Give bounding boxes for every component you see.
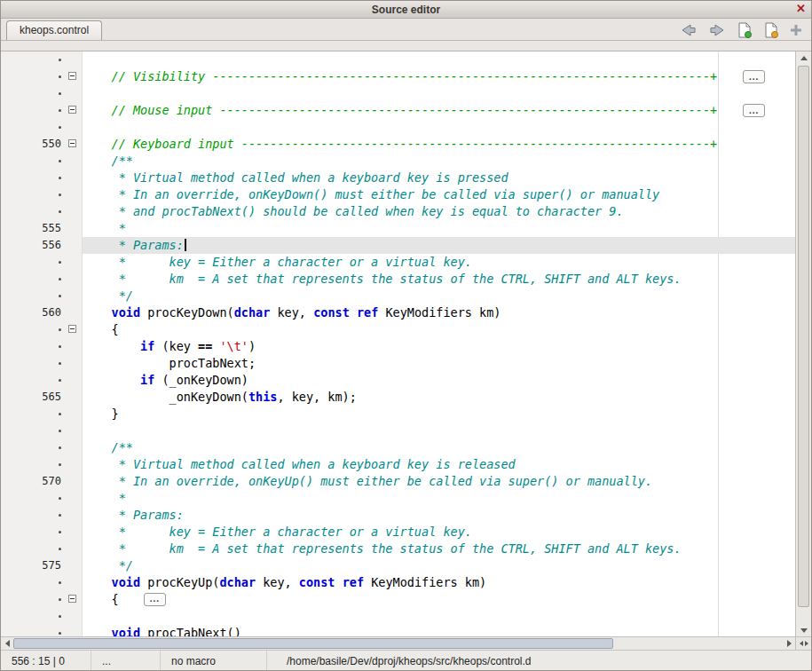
fold-gutter (65, 389, 83, 406)
line-dot-icon (59, 210, 61, 213)
code-text[interactable]: if (key == '\t') (83, 338, 795, 355)
line-number (1, 608, 65, 625)
vertical-scrollbar[interactable] (795, 51, 811, 636)
folded-code-ellipsis[interactable]: ... (743, 70, 765, 83)
code-text[interactable]: */ (83, 557, 795, 574)
code-text[interactable]: * Virtual method called when a keyboard … (83, 170, 795, 186)
code-text[interactable]: * In an override, onKeyDown() must eithe… (83, 186, 795, 203)
code-text[interactable]: * Params: (83, 237, 795, 254)
code-text[interactable]: void procKeyDown(dchar key, const ref Ke… (83, 304, 795, 321)
code-text[interactable]: { (83, 321, 795, 338)
code-text[interactable]: * key = Either a character or a virtual … (83, 254, 795, 271)
code-text[interactable]: _onKeyDown(this, key, km); (83, 389, 795, 406)
fold-toggle-icon[interactable] (68, 595, 76, 603)
code-text[interactable]: /** (83, 153, 795, 170)
line-number: 565 (1, 389, 65, 406)
horizontal-scrollbar-thumb[interactable] (13, 638, 613, 649)
scroll-up-icon[interactable] (796, 51, 811, 64)
folded-code-ellipsis[interactable]: ... (144, 593, 166, 606)
status-ellipsis: ... (91, 651, 161, 671)
code-text[interactable] (83, 422, 795, 439)
scroll-left-icon[interactable] (1, 637, 13, 650)
fold-gutter (65, 68, 83, 85)
code-line: * km = A set that represents the status … (1, 541, 795, 557)
code-text[interactable]: } (83, 406, 795, 422)
code-text[interactable]: // Keyboard input ----------------------… (83, 136, 795, 153)
code-text[interactable]: * In an override, onKeyUp() must either … (83, 473, 795, 490)
code-text[interactable] (83, 51, 795, 68)
code-area[interactable]: // Visibility --------------------------… (1, 51, 795, 636)
code-text[interactable]: {... (83, 591, 795, 608)
line-number (1, 507, 65, 524)
code-text[interactable]: * and procTabNext() should be called whe… (83, 203, 795, 220)
horizontal-scrollbar[interactable] (1, 636, 811, 650)
fold-toggle-icon[interactable] (68, 72, 76, 80)
fold-gutter (65, 338, 83, 355)
code-text[interactable]: void procKeyUp(dchar key, const ref KeyM… (83, 574, 795, 591)
go-back-icon[interactable] (680, 23, 698, 37)
code-text[interactable]: * km = A set that represents the status … (83, 541, 795, 557)
code-line (1, 422, 795, 439)
code-editor[interactable]: // Visibility --------------------------… (1, 51, 811, 636)
line-dot-icon (59, 581, 61, 584)
line-dot-icon (59, 92, 61, 95)
line-number (1, 422, 65, 439)
line-number: 575 (1, 557, 65, 574)
code-line: if (key == '\t') (1, 338, 795, 355)
fold-gutter (65, 254, 83, 271)
code-text[interactable]: // Visibility --------------------------… (83, 68, 795, 85)
macro-status: no macro (161, 651, 267, 671)
fold-gutter (65, 439, 83, 456)
code-text[interactable]: */ (83, 288, 795, 304)
code-line: if (_onKeyDown) (1, 372, 795, 389)
code-text[interactable]: * (83, 220, 795, 237)
document-save-orange-icon[interactable] (763, 22, 779, 38)
line-number (1, 406, 65, 422)
title-bar[interactable]: Source editor ✕ (1, 1, 811, 19)
detach-icon[interactable] (790, 24, 802, 36)
line-dot-icon (59, 177, 61, 179)
code-text[interactable]: * Params: (83, 507, 795, 524)
line-dot-icon (59, 328, 61, 331)
code-text[interactable]: * Virtual method called when a keyboard … (83, 456, 795, 473)
code-text[interactable]: procTabNext; (83, 355, 795, 372)
fold-gutter (65, 355, 83, 372)
code-text[interactable]: * (83, 490, 795, 507)
line-number (1, 119, 65, 136)
code-text[interactable]: /** (83, 439, 795, 456)
line-number (1, 321, 65, 338)
scroll-right-icon[interactable] (783, 637, 795, 650)
tab-kheops-control[interactable]: kheops.control (6, 20, 102, 40)
folded-code-ellipsis[interactable]: ... (743, 104, 765, 117)
fold-gutter (65, 153, 83, 170)
code-text[interactable]: void procTabNext() (83, 625, 795, 636)
line-number (1, 355, 65, 372)
code-text[interactable] (83, 85, 795, 102)
fold-toggle-icon[interactable] (68, 106, 76, 114)
vertical-scrollbar-thumb[interactable] (798, 66, 809, 607)
scrollbar-corner[interactable] (795, 637, 811, 650)
line-number (1, 271, 65, 288)
code-text[interactable] (83, 608, 795, 625)
line-number (1, 456, 65, 473)
code-text[interactable]: // Mouse input -------------------------… (83, 102, 795, 119)
document-save-green-icon[interactable] (737, 22, 753, 38)
close-icon[interactable]: ✕ (796, 2, 806, 15)
editor-toolbar (680, 21, 802, 39)
fold-toggle-icon[interactable] (68, 325, 76, 333)
fold-toggle-icon[interactable] (68, 139, 76, 147)
text-cursor (185, 239, 186, 251)
go-forward-icon[interactable] (708, 23, 726, 37)
line-dot-icon (59, 598, 61, 601)
code-text[interactable]: * key = Either a character or a virtual … (83, 524, 795, 541)
code-text[interactable]: * km = A set that represents the status … (83, 271, 795, 288)
line-dot-icon (59, 261, 61, 264)
code-text[interactable]: if (_onKeyDown) (83, 372, 795, 389)
line-number (1, 85, 65, 102)
code-line: * Params: (1, 507, 795, 524)
line-number (1, 591, 65, 608)
scroll-down-icon[interactable] (796, 624, 811, 636)
code-line: 555 * (1, 220, 795, 237)
line-number (1, 203, 65, 220)
code-text[interactable] (83, 119, 795, 136)
